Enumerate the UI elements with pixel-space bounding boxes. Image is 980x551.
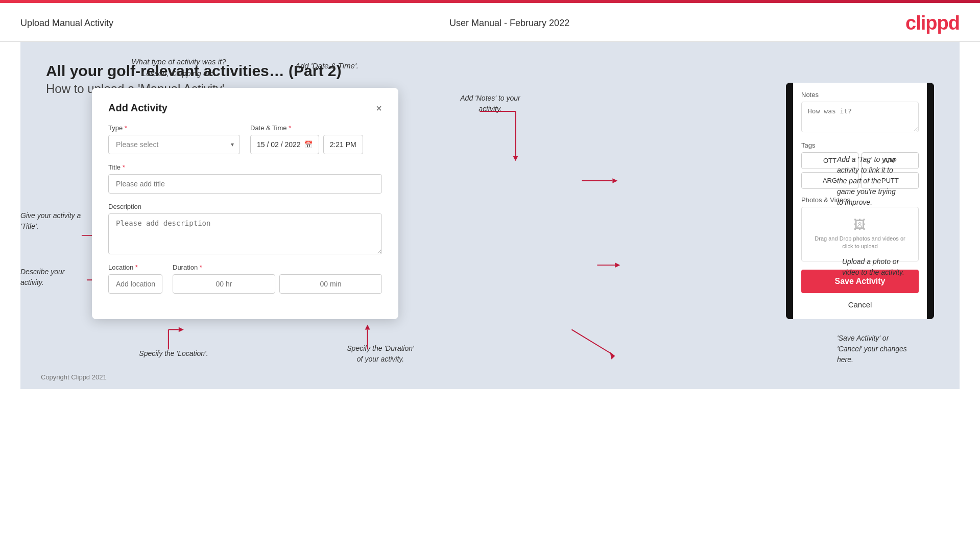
location-duration-row: Location * Duration * [108, 263, 382, 294]
upload-area[interactable]: 🖼 Drag and Drop photos and videos or cli… [801, 207, 919, 261]
description-group: Description [108, 203, 382, 254]
location-callout: Specify the 'Location'. [123, 348, 225, 359]
notes-input[interactable] [801, 102, 919, 132]
type-select-wrapper: Please select ▾ [108, 135, 240, 154]
duration-min-input[interactable] [279, 274, 382, 294]
cancel-link[interactable]: Cancel [801, 298, 919, 311]
duration-callout: Specify the 'Duration' of your activity. [317, 343, 444, 365]
modal-close-button[interactable]: × [376, 103, 382, 113]
type-select[interactable]: Please select [108, 135, 240, 154]
notes-callout: Add 'Notes' to your activity. [439, 93, 541, 114]
svg-marker-11 [179, 327, 184, 332]
date-time-inputs: 15 / 02 / 2022 📅 2:21 PM [250, 135, 382, 154]
date-callout: Add 'Date & Time'. [276, 60, 378, 72]
main-content: All your golf-relevant activities… (Part… [20, 42, 960, 389]
header: Upload Manual Activity User Manual - Feb… [0, 3, 980, 42]
duration-label: Duration * [173, 263, 382, 271]
type-callout: What type of activity was it? Lesson, Ch… [117, 56, 240, 79]
time-input[interactable]: 2:21 PM [323, 135, 363, 154]
datetime-group: Date & Time * 15 / 02 / 2022 📅 2:21 PM [250, 124, 382, 154]
calendar-icon: 📅 [304, 140, 313, 149]
copyright: Copyright Clippd 2021 [41, 373, 107, 381]
logo: clippd [905, 12, 960, 34]
location-input[interactable] [108, 274, 162, 294]
phone-left-border [786, 83, 793, 319]
datetime-label: Date & Time * [250, 124, 382, 132]
save-callout: 'Save Activity' or 'Cancel' your changes… [837, 333, 954, 365]
title-input[interactable] [108, 174, 382, 194]
type-datetime-row: Type * Please select ▾ Date & Time * [108, 124, 382, 154]
duration-hr-input[interactable] [173, 274, 275, 294]
header-left-label: Upload Manual Activity [20, 18, 113, 29]
title-label: Title * [108, 163, 382, 171]
svg-marker-13 [365, 325, 370, 330]
notes-section: Notes [801, 91, 919, 134]
tags-label: Tags [801, 141, 919, 149]
modal-title: Add Activity [108, 102, 168, 114]
title-group: Title * [108, 163, 382, 194]
title-callout: Give your activity a 'Title'. [20, 210, 92, 232]
svg-marker-20 [615, 262, 620, 268]
description-callout: Describe your activity. [20, 267, 87, 288]
type-group: Type * Please select ▾ [108, 124, 240, 154]
svg-marker-16 [513, 156, 518, 161]
date-input[interactable]: 15 / 02 / 2022 📅 [250, 135, 319, 154]
tags-callout: Add a 'Tag' to your activity to link it … [837, 154, 949, 208]
upload-callout: Upload a photo or video to the activity. [842, 256, 954, 278]
location-group: Location * [108, 263, 162, 294]
description-textarea[interactable] [108, 213, 382, 254]
svg-marker-18 [612, 178, 617, 183]
upload-icon: 🖼 [812, 218, 908, 232]
notes-label: Notes [801, 91, 919, 99]
upload-text: Drag and Drop photos and videos or click… [812, 235, 908, 251]
description-label: Description [108, 203, 382, 210]
type-label: Type * [108, 124, 240, 132]
add-activity-modal: Add Activity × Type * Please select ▾ [92, 88, 398, 319]
location-label: Location * [108, 263, 162, 271]
duration-group: Duration * [173, 263, 382, 294]
svg-marker-22 [610, 352, 615, 360]
svg-line-21 [571, 329, 612, 354]
duration-inputs [173, 274, 382, 294]
modal-header: Add Activity × [108, 102, 382, 114]
header-center-label: User Manual - February 2022 [449, 18, 569, 29]
